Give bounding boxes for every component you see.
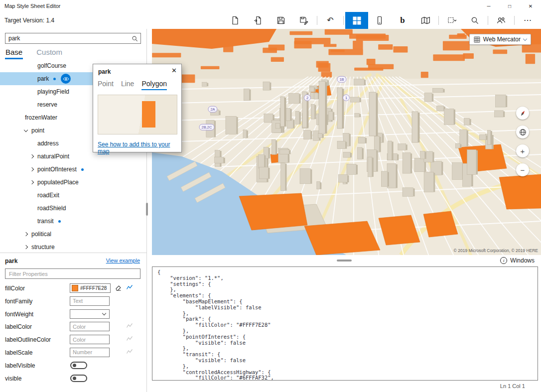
labelScale-input[interactable] bbox=[70, 348, 110, 357]
add-to-map-link[interactable]: See how to add this to your map bbox=[98, 141, 181, 155]
tree-item-label: populatedPlace bbox=[37, 179, 79, 186]
feedback-button[interactable] bbox=[490, 12, 513, 29]
modified-dot bbox=[58, 220, 61, 223]
zoom-out-button[interactable]: − bbox=[516, 163, 529, 176]
modified-dot bbox=[53, 78, 56, 80]
undo-button[interactable]: ↶ bbox=[319, 12, 342, 29]
search-button[interactable] bbox=[463, 12, 486, 29]
chevron-down-icon bbox=[102, 311, 106, 315]
globe-icon bbox=[519, 129, 527, 136]
property-row-labelColor: labelColor bbox=[0, 320, 146, 333]
properties-panel: park View example fillColor#FFFF7E28font… bbox=[0, 253, 146, 392]
ellipsis-icon: ⋯ bbox=[524, 16, 532, 24]
toolbar-divider bbox=[514, 16, 515, 25]
property-label: labelOutlineColor bbox=[5, 336, 51, 343]
tab-polygon[interactable]: Polygon bbox=[141, 80, 167, 90]
toolbar-divider bbox=[488, 16, 488, 25]
map-icon bbox=[421, 16, 430, 25]
tree-item-roadShield[interactable]: roadShield bbox=[0, 202, 146, 215]
save-button[interactable] bbox=[270, 12, 292, 29]
dashed-select-icon bbox=[447, 16, 457, 25]
visible-toggle[interactable] bbox=[70, 375, 87, 382]
eye-icon bbox=[63, 77, 69, 81]
tree-item-label: political bbox=[31, 231, 51, 238]
fontWeight-select[interactable] bbox=[70, 309, 110, 319]
tree-item-roadExit[interactable]: roadExit bbox=[0, 189, 146, 202]
tree-item-populatedPlace[interactable]: populatedPlace bbox=[0, 176, 146, 189]
fill-color-value[interactable]: #FFFF7E28 bbox=[70, 283, 111, 293]
labelVisible-toggle[interactable] bbox=[70, 362, 87, 369]
labelOutlineColor-input[interactable] bbox=[70, 335, 110, 344]
layer-search-box bbox=[5, 33, 141, 44]
target-version-label: Target Version: 1.4 bbox=[4, 17, 54, 24]
zoom-in-button[interactable]: + bbox=[516, 144, 529, 157]
tree-item-structure[interactable]: structure bbox=[0, 241, 146, 253]
tree-item-pointOfInterest[interactable]: pointOfInterest bbox=[0, 163, 146, 176]
search-icon[interactable] bbox=[132, 35, 138, 42]
bing-maps-preview-button[interactable]: b bbox=[391, 12, 414, 29]
tree-item-label: roadShield bbox=[37, 205, 66, 212]
visibility-eye-badge[interactable] bbox=[61, 74, 71, 84]
mobile-preview-button[interactable] bbox=[368, 12, 391, 29]
search-input[interactable] bbox=[5, 35, 132, 42]
tree-item-label: transit bbox=[37, 218, 54, 225]
map-style-button[interactable] bbox=[414, 12, 437, 29]
open-style-button[interactable] bbox=[247, 12, 270, 29]
popup-title: park bbox=[98, 68, 111, 75]
eraser-icon[interactable] bbox=[115, 284, 122, 291]
close-icon[interactable]: ✕ bbox=[171, 67, 177, 74]
property-label: labelScale bbox=[5, 349, 32, 356]
sidebar-splitter-handle[interactable] bbox=[146, 203, 148, 216]
toolbar: Target Version: 1.4 ↶ bbox=[0, 12, 541, 29]
modified-dot bbox=[81, 168, 84, 171]
chevron-right-icon[interactable] bbox=[30, 180, 34, 184]
road-shield-2: 2 bbox=[304, 95, 311, 101]
info-icon: i bbox=[500, 257, 507, 264]
map-preview: 1B122A2B,2C Web Mercator + − © 2019 Micr… bbox=[152, 29, 541, 255]
page-arrow-icon bbox=[254, 16, 263, 25]
maximize-button[interactable]: □ bbox=[499, 0, 520, 12]
map-canvas[interactable] bbox=[152, 29, 541, 255]
tab-point[interactable]: Point bbox=[98, 80, 114, 90]
chevron-right-icon[interactable] bbox=[24, 245, 28, 249]
minimize-button[interactable]: ─ bbox=[478, 0, 499, 12]
filter-properties-input[interactable] bbox=[5, 268, 140, 279]
toolbar-divider bbox=[317, 16, 317, 25]
chevron-down-icon[interactable] bbox=[24, 128, 28, 132]
new-style-button[interactable] bbox=[224, 12, 247, 29]
tab-line[interactable]: Line bbox=[121, 80, 134, 90]
chevron-right-icon[interactable] bbox=[30, 154, 34, 158]
tab-base[interactable]: Base bbox=[5, 47, 23, 59]
view-example-link[interactable]: View example bbox=[106, 258, 140, 263]
polygon-fill-sample bbox=[142, 101, 155, 128]
style-json-editor[interactable]: { "version": "1.*", "settings": { }, "el… bbox=[157, 269, 533, 381]
more-button[interactable]: ⋯ bbox=[516, 12, 539, 29]
map-style-sheet-editor-window: Map Style Sheet Editor ─ □ ✕ Target Vers… bbox=[0, 0, 541, 392]
chevron-right-icon[interactable] bbox=[30, 167, 34, 171]
tab-custom[interactable]: Custom bbox=[36, 47, 63, 59]
property-label: labelVisible bbox=[5, 362, 35, 369]
tree-item-transit[interactable]: transit bbox=[0, 215, 146, 228]
platform-label: Windows bbox=[510, 257, 535, 264]
windows-map-preview-button[interactable] bbox=[345, 12, 368, 29]
blank-page-icon bbox=[231, 16, 240, 25]
toolbar-divider bbox=[438, 16, 439, 25]
globe-view-button[interactable] bbox=[516, 126, 529, 138]
compass-button[interactable] bbox=[516, 107, 529, 120]
color-hex-value: #FFFF7E28 bbox=[80, 285, 107, 291]
property-label: fontFamily bbox=[5, 298, 32, 305]
property-row-labelVisible: labelVisible bbox=[0, 359, 146, 372]
bing-b-icon: b bbox=[400, 15, 405, 25]
chart-icon[interactable] bbox=[126, 284, 133, 290]
sidebar-tabs: Base Custom bbox=[5, 47, 63, 59]
tree-item-political[interactable]: political bbox=[0, 228, 146, 241]
fontFamily-input[interactable] bbox=[70, 296, 110, 306]
projection-dropdown[interactable]: Web Mercator bbox=[469, 34, 531, 45]
splitter-handle[interactable] bbox=[337, 260, 352, 261]
close-button[interactable]: ✕ bbox=[520, 0, 541, 12]
labelColor-input[interactable] bbox=[70, 322, 110, 331]
selector-tool-button[interactable] bbox=[440, 12, 463, 29]
plus-icon: + bbox=[521, 147, 525, 155]
chevron-right-icon[interactable] bbox=[24, 232, 28, 236]
save-as-button[interactable] bbox=[292, 12, 315, 29]
